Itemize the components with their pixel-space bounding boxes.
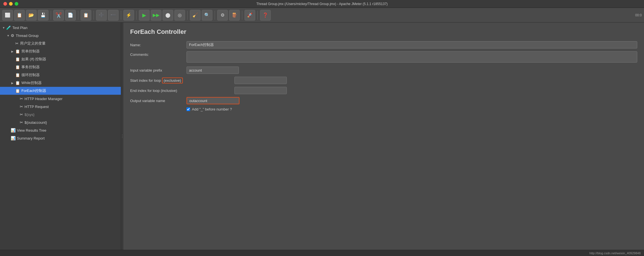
summary-report-label: Summary Report	[17, 136, 45, 140]
open-button[interactable]: 📂	[26, 10, 37, 21]
window-title: Thread Group.jmx (/Users/mickey/Thread G…	[256, 2, 388, 6]
input-prefix-input[interactable]	[186, 67, 239, 74]
sidebar-item-while-controller[interactable]: ▶ 📋 While控制器	[0, 79, 121, 87]
comments-label: Comments:	[130, 51, 186, 57]
expand-button[interactable]: ➕	[96, 10, 107, 21]
simple-controller-icon: 📋	[15, 49, 20, 54]
close-button[interactable]	[3, 2, 7, 6]
sidebar-item-http-header-manager[interactable]: ✂ HTTP Header Manager	[0, 95, 121, 103]
sidebar: ▼ 🧪 Test Plan ▼ ⚙ Thread Group ✂ 用户定义的变量…	[0, 23, 121, 250]
comments-input[interactable]	[186, 51, 637, 63]
start-index-label: Start index for loop (exclusive)	[130, 78, 234, 83]
settings-button[interactable]: ⚙	[217, 10, 228, 21]
sidebar-item-user-vars[interactable]: ✂ 用户定义的变量	[0, 39, 121, 47]
minimize-button[interactable]	[9, 2, 13, 6]
test-plan-label: Test Plan	[12, 26, 27, 30]
open-templates-button[interactable]: 📋	[14, 10, 25, 21]
sidebar-item-view-results-tree[interactable]: 📊 View Results Tree	[0, 126, 121, 134]
maximize-button[interactable]	[15, 2, 18, 6]
help-button[interactable]: ❓	[260, 10, 271, 21]
loop-controller-icon: 📋	[15, 73, 20, 77]
sys-var-icon: ✂	[20, 112, 23, 117]
test-plan-icon: 🧪	[6, 25, 11, 30]
sidebar-item-loop-controller[interactable]: 📋 循环控制器	[0, 71, 121, 79]
copy-button[interactable]: 📄	[65, 10, 76, 21]
transaction-controller-label: 事务控制器	[21, 65, 40, 70]
toggle-thread-group[interactable]: ▼	[7, 34, 10, 37]
foreach-controller-label: ForEach控制器	[21, 88, 46, 93]
input-prefix-label: Input variable prefix	[130, 68, 186, 72]
traffic-lights	[3, 2, 18, 6]
output-var-input[interactable]	[186, 97, 239, 104]
user-vars-label: 用户定义的变量	[20, 41, 46, 46]
title-bar: Thread Group.jmx (/Users/mickey/Thread G…	[0, 0, 644, 8]
sidebar-item-transaction-controller[interactable]: 📋 事务控制器	[0, 63, 121, 71]
paste-button[interactable]: 📋	[81, 10, 91, 21]
resize-handle[interactable]	[121, 23, 123, 250]
sidebar-item-test-plan[interactable]: ▼ 🧪 Test Plan	[0, 24, 121, 32]
simple-controller-label: 简单控制器	[21, 49, 40, 54]
name-input[interactable]	[186, 41, 637, 48]
toggle-button[interactable]: ⚡	[123, 10, 134, 21]
if-controller-icon: 📋	[15, 57, 20, 61]
toolbar-separator-6	[187, 11, 188, 20]
content-panel: ForEach Controller Name: Comments: Input…	[123, 23, 644, 250]
sidebar-item-if-controller[interactable]: 📋 如果 (If) 控制器	[0, 55, 121, 63]
toolbar-separator-3	[94, 11, 94, 20]
toggle-test-plan[interactable]: ▼	[2, 26, 6, 29]
toggle-while-controller[interactable]: ▶	[11, 81, 15, 85]
start-no-pause-button[interactable]: ▶▶	[151, 10, 161, 21]
new-button[interactable]: ⬜	[2, 10, 13, 21]
toolbar-separator-9	[257, 11, 258, 20]
resize-dot-1	[122, 134, 123, 135]
thread-group-icon: ⚙	[11, 33, 14, 38]
sidebar-item-simple-controller[interactable]: ▶ 📋 简单控制器	[0, 47, 121, 55]
view-results-tree-label: View Results Tree	[17, 128, 46, 133]
outaccount-var-label: ${outaccount}	[25, 120, 47, 125]
end-index-input[interactable]	[234, 87, 287, 94]
shutdown-button[interactable]: ◎	[174, 10, 185, 21]
resize-dot-3	[122, 137, 123, 138]
add-underscore-row: Add "_" before number ?	[186, 107, 637, 111]
sidebar-item-foreach-controller[interactable]: 📋 ForEach控制器	[0, 87, 121, 95]
toolbar-separator-2	[78, 11, 78, 20]
resize-dot-2	[122, 136, 123, 136]
sidebar-item-sys-var[interactable]: ✂ ${sys}	[0, 111, 121, 118]
stop-button[interactable]: ⬤	[163, 10, 173, 21]
view-results-tree-icon: 📊	[11, 128, 15, 133]
comments-row: Comments:	[130, 51, 637, 63]
input-prefix-row: Input variable prefix	[130, 67, 637, 74]
sidebar-item-outaccount-var[interactable]: ✂ ${outaccount}	[0, 118, 121, 126]
collapse-button[interactable]: ➖	[108, 10, 119, 21]
remote-start-button[interactable]: 🚀	[245, 10, 255, 21]
resize-dots	[122, 134, 123, 138]
output-var-row: Output variable name	[130, 97, 637, 104]
sidebar-item-thread-group[interactable]: ▼ ⚙ Thread Group	[0, 32, 121, 39]
http-header-manager-label: HTTP Header Manager	[25, 97, 63, 101]
start-button[interactable]: ▶	[139, 10, 150, 21]
http-request-label: HTTP Request	[25, 105, 49, 109]
start-index-input[interactable]	[234, 77, 287, 84]
transaction-controller-icon: 📋	[15, 65, 20, 69]
toolbar-separator-7	[215, 11, 215, 20]
search-button[interactable]: 🔍	[202, 10, 212, 21]
main-layout: ▼ 🧪 Test Plan ▼ ⚙ Thread Group ✂ 用户定义的变量…	[0, 23, 644, 250]
add-underscore-checkbox[interactable]	[186, 107, 190, 111]
toggle-simple-controller[interactable]: ▶	[11, 50, 15, 53]
end-index-label: End index for loop (inclusive)	[130, 89, 234, 93]
name-row: Name:	[130, 41, 637, 48]
clear-button[interactable]: 🧹	[190, 10, 201, 21]
sidebar-item-http-request[interactable]: ✂ HTTP Request	[0, 103, 121, 111]
summary-report-icon: 📊	[11, 136, 15, 140]
thread-group-label: Thread Group	[16, 34, 39, 38]
if-controller-label: 如果 (If) 控制器	[21, 57, 46, 62]
status-bar: http://blog.csdn.net/weixin_40929848	[0, 250, 644, 256]
loop-controller-label: 循环控制器	[21, 72, 40, 78]
sys-var-label: ${sys}	[25, 112, 34, 117]
save-button[interactable]: 💾	[38, 10, 48, 21]
log-viewer-button[interactable]: 🪵	[229, 10, 240, 21]
cut-button[interactable]: ✂️	[53, 10, 64, 21]
sidebar-item-summary-report[interactable]: 📊 Summary Report	[0, 134, 121, 142]
start-index-row: Start index for loop (exclusive)	[130, 77, 637, 84]
panel-title: ForEach Controller	[130, 28, 637, 36]
